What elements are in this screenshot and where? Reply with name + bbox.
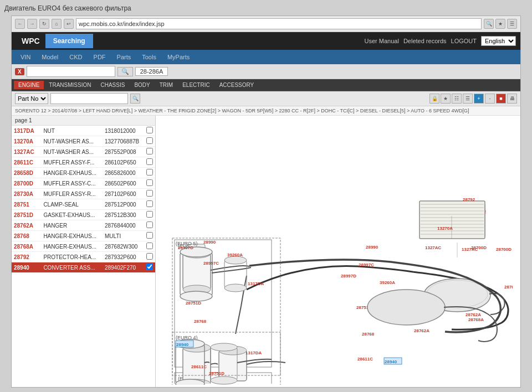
part-checkbox[interactable]: [144, 136, 155, 147]
part-name: CONVERTER ASS...: [41, 262, 103, 273]
forward-button[interactable]: →: [27, 19, 37, 29]
part-checkbox[interactable]: [144, 126, 155, 136]
language-select[interactable]: English: [481, 36, 516, 46]
svg-point-15: [424, 278, 490, 312]
svg-text:39260A: 39260A: [380, 280, 395, 285]
undo-button[interactable]: ↩: [64, 19, 74, 29]
browser-star-icon[interactable]: ★: [495, 19, 505, 29]
part-icon-grid[interactable]: ☷: [452, 94, 462, 104]
table-row[interactable]: 28768A HANGER-EXHAUS... 287682W300: [12, 241, 155, 252]
refresh-button[interactable]: ↻: [39, 19, 49, 29]
part-checkbox[interactable]: [144, 199, 155, 210]
table-row[interactable]: 1327AC NUT-WASHER AS... 287552P008: [12, 147, 155, 157]
svg-text:28768A: 28768A: [504, 285, 513, 290]
part-checkbox[interactable]: [144, 178, 155, 189]
part-id: 28762A: [12, 220, 41, 231]
diagram-area[interactable]: (EURO 5) (EURO 4): [156, 116, 520, 387]
cat-transmission[interactable]: TRANSMISSION: [44, 81, 95, 89]
part-checkbox[interactable]: [144, 262, 155, 273]
table-row[interactable]: 13270A NUT-WASHER AS... 1327706887B: [12, 136, 155, 147]
address-bar[interactable]: [76, 18, 482, 29]
sidebar-item-vin[interactable]: VIN: [15, 51, 36, 63]
part-icon-list[interactable]: ☰: [463, 94, 473, 104]
table-row[interactable]: 28730A MUFFLER ASSY-R... 287102P600: [12, 189, 155, 199]
part-name: MUFFLER ASSY-F...: [41, 157, 103, 168]
table-row[interactable]: 28751 CLAMP-SEAL 287512P000: [12, 199, 155, 210]
part-name: HANGER: [41, 220, 103, 231]
sidebar-item-ckd[interactable]: CKD: [64, 51, 88, 63]
part-checkbox[interactable]: [144, 189, 155, 199]
table-row[interactable]: 28940 CONVERTER ASS... 289402F270: [12, 262, 155, 273]
browser-search-icon[interactable]: 🔍: [484, 19, 494, 29]
part-icon-print[interactable]: 🖶: [507, 94, 517, 104]
part-no: 286502P600: [103, 178, 144, 189]
table-row[interactable]: 28751D GASKET-EXHAUS... 287512B300: [12, 210, 155, 220]
page-label: page 1: [12, 116, 155, 126]
sidebar-item-parts[interactable]: Parts: [111, 51, 137, 63]
part-checkbox[interactable]: [144, 157, 155, 168]
searching-tab[interactable]: Searching: [45, 34, 93, 48]
part-name: NUT-WASHER AS...: [41, 136, 103, 147]
table-row[interactable]: 1317DA NUT 1318012000: [12, 126, 155, 136]
part-search-input[interactable]: [50, 93, 128, 104]
cat-body[interactable]: BODY: [130, 81, 154, 89]
cat-chassis[interactable]: CHASSIS: [96, 81, 129, 89]
sidebar-item-model[interactable]: Model: [36, 51, 64, 63]
part-search-bar: Part No 🔍 🔒 ★ ☷ ☰ + - ■ 🖶: [12, 91, 520, 106]
part-icon-lock[interactable]: 🔒: [429, 94, 439, 104]
part-checkbox[interactable]: [144, 231, 155, 241]
part-icon-star[interactable]: ★: [441, 94, 451, 104]
svg-point-25: [219, 346, 247, 355]
part-id: 28768A: [12, 241, 41, 252]
page-title: Двигатель EURO4 без сажевого фильтра: [4, 4, 528, 12]
search-button[interactable]: 🔍: [117, 67, 133, 76]
cat-trim[interactable]: TRIM: [155, 81, 177, 89]
search-bar: X 🔍 28-286A: [12, 64, 520, 79]
part-checkbox[interactable]: [144, 220, 155, 231]
part-id: 13270A: [12, 136, 41, 147]
part-id: 28768: [12, 231, 41, 241]
cat-electric[interactable]: ELECTRIC: [178, 81, 214, 89]
breadcrumb: SORENTO 12 > 2014/07/08 > LEFT HAND DRIV…: [12, 106, 520, 116]
part-id: 1317DA: [12, 126, 41, 136]
part-icon-zoom-in[interactable]: +: [474, 94, 484, 104]
part-search-select[interactable]: Part No: [15, 93, 48, 104]
svg-text:28792: 28792: [474, 209, 487, 214]
table-row[interactable]: 28658D HANGER-EXHAUS... 2865826000: [12, 168, 155, 178]
logout-button[interactable]: LOGOUT: [451, 38, 477, 44]
part-checkbox[interactable]: [144, 252, 155, 262]
part-checkbox[interactable]: [144, 241, 155, 252]
cat-engine[interactable]: ENGINE: [14, 81, 44, 89]
parts-table: 1317DA NUT 1318012000 13270A NUT-WASHER …: [12, 126, 155, 273]
browser-settings-icon[interactable]: ☰: [507, 19, 517, 29]
part-icon-zoom-out[interactable]: -: [485, 94, 495, 104]
sidebar-item-pdf[interactable]: PDF: [88, 51, 111, 63]
user-manual-link[interactable]: User Manual: [365, 38, 399, 44]
part-checkbox[interactable]: [144, 147, 155, 157]
part-checkbox[interactable]: [144, 210, 155, 220]
back-button[interactable]: ←: [15, 19, 25, 29]
table-row[interactable]: 28611C MUFFLER ASSY-F... 286102P650: [12, 157, 155, 168]
svg-rect-17: [183, 254, 211, 290]
part-icon-red[interactable]: ■: [496, 94, 506, 104]
part-name: MUFFLER ASSY-C...: [41, 178, 103, 189]
cat-accessory[interactable]: ACCESSORY: [215, 81, 259, 89]
sidebar-item-myparts[interactable]: MyParts: [162, 51, 195, 63]
part-name: NUT: [41, 126, 103, 136]
search-close-badge[interactable]: X: [15, 68, 24, 75]
deleted-records-link[interactable]: Deleted records: [403, 38, 447, 44]
table-row[interactable]: 28700D MUFFLER ASSY-C... 286502P600: [12, 178, 155, 189]
search-input[interactable]: [27, 66, 115, 77]
table-row[interactable]: 28768 HANGER-EXHAUS... MULTI: [12, 231, 155, 241]
sidebar-item-tools[interactable]: Tools: [136, 51, 162, 63]
table-row[interactable]: 28762A HANGER 2876844000: [12, 220, 155, 231]
svg-text:28611C: 28611C: [357, 357, 373, 362]
part-no: MULTI: [103, 231, 144, 241]
table-row[interactable]: 28792 PROTECTOR-HEA... 287932P600: [12, 252, 155, 262]
part-no: 1318012000: [103, 126, 144, 136]
part-search-button[interactable]: 🔍: [130, 94, 140, 104]
part-id: 28940: [12, 262, 41, 273]
part-name: HANGER-EXHAUS...: [41, 168, 103, 178]
part-checkbox[interactable]: [144, 168, 155, 178]
home-button[interactable]: ⌂: [52, 19, 62, 29]
